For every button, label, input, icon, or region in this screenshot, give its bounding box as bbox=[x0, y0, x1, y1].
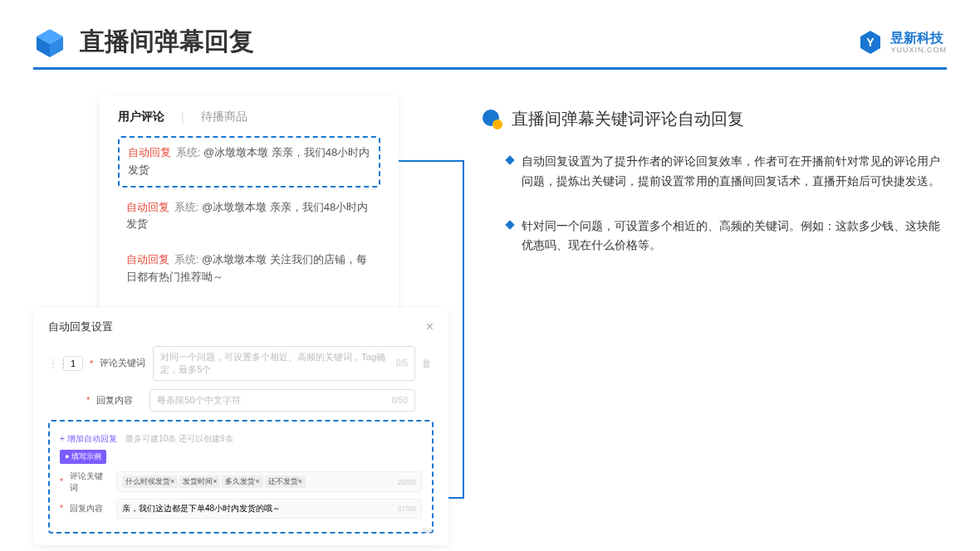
form-row-content: * 回复内容 每条限50个中文字符 0/50 bbox=[86, 389, 434, 412]
bullet-item: 自动回复设置为了提升作者的评论回复效率，作者可在开播前针对常见的评论用户问题，提… bbox=[482, 152, 947, 192]
comment-row: 自动回复 系统: @冰墩墩本墩 亲亲，我们48小时内发货 bbox=[118, 193, 380, 241]
tab-separator: | bbox=[181, 110, 184, 124]
outer-count: /50 bbox=[421, 527, 432, 535]
keyword-label: 评论关键词 bbox=[100, 357, 146, 369]
ex-kw-count: 20/50 bbox=[397, 478, 416, 486]
form-row-keyword: ⋮⋮ 1 * 评论关键词 对同一个问题，可设置多个相近、高频的关键词，Tag确定… bbox=[48, 346, 434, 381]
ex-ct-count: 37/50 bbox=[397, 505, 416, 513]
content-input[interactable]: 每条限50个中文字符 0/50 bbox=[149, 389, 415, 412]
system-tag: 系统: bbox=[174, 253, 199, 266]
page-title: 直播间弹幕回复 bbox=[80, 25, 254, 59]
cube-icon bbox=[33, 26, 66, 59]
settings-title: 自动回复设置 bbox=[48, 319, 113, 334]
required-star: * bbox=[60, 477, 63, 486]
row-number: 1 bbox=[63, 356, 83, 371]
add-row: + 增加自动回复 最多可建10条 还可以创建9条 bbox=[60, 430, 422, 445]
header-left: 直播间弹幕回复 bbox=[33, 25, 254, 59]
ex-tag[interactable]: 发货时间× bbox=[179, 475, 220, 488]
brand-text: 昱新科技 YUUXIN.COM bbox=[890, 30, 947, 55]
tab-user-comments[interactable]: 用户评论 bbox=[118, 110, 164, 124]
ex-content-text: 亲，我们这边都是下单48小时内发货的哦～ bbox=[122, 503, 281, 514]
auto-reply-tag: 自动回复 bbox=[128, 146, 171, 158]
ex-content-input[interactable]: 亲，我们这边都是下单48小时内发货的哦～ 37/50 bbox=[116, 499, 422, 519]
content-label: 回复内容 bbox=[96, 394, 143, 407]
bullet-item: 针对同一个问题，可设置多个相近的、高频的关键词。例如：这款多少钱、这块能优惠吗、… bbox=[482, 217, 947, 256]
content-placeholder: 每条限50个中文字符 bbox=[157, 394, 240, 407]
brand-logo-icon: Y bbox=[857, 29, 884, 56]
ex-tag[interactable]: 多久发货× bbox=[222, 475, 262, 488]
tabs-row: 用户评论 | 待播商品 bbox=[118, 110, 380, 124]
brand-logo-block: Y 昱新科技 YUUXIN.COM bbox=[857, 29, 947, 56]
section-title: 直播间弹幕关键词评论自动回复 bbox=[512, 108, 744, 130]
left-column: 用户评论 | 待播商品 自动回复 系统: @冰墩墩本墩 亲亲，我们48小时内发货… bbox=[33, 95, 448, 545]
comments-card: 用户评论 | 待播商品 自动回复 系统: @冰墩墩本墩 亲亲，我们48小时内发货… bbox=[100, 95, 399, 313]
right-column: 直播间弹幕关键词评论自动回复 自动回复设置为了提升作者的评论回复效率，作者可在开… bbox=[482, 95, 947, 545]
required-star: * bbox=[90, 358, 93, 368]
ex-content-label: 回复内容 bbox=[70, 503, 110, 514]
system-tag: 系统: bbox=[174, 201, 199, 213]
brand-name: 昱新科技 bbox=[890, 30, 947, 46]
bullet-text: 针对同一个问题，可设置多个相近的、高频的关键词。例如：这款多少钱、这块能优惠吗、… bbox=[522, 217, 947, 256]
ex-keyword-label: 评论关键词 bbox=[70, 471, 110, 494]
ex-tags: 什么时候发货× 发货时间× 多久发货× 还不发货× bbox=[122, 475, 306, 488]
diamond-icon bbox=[505, 220, 514, 229]
drag-handle-icon[interactable]: ⋮⋮ bbox=[48, 358, 56, 369]
svg-text:Y: Y bbox=[867, 36, 875, 49]
example-badge: ● 填写示例 bbox=[60, 450, 106, 464]
settings-header: 自动回复设置 × bbox=[48, 319, 434, 334]
diamond-icon bbox=[505, 155, 514, 164]
comment-row-highlighted: 自动回复 系统: @冰墩墩本墩 亲亲，我们48小时内发货 bbox=[118, 136, 380, 188]
example-content-row: * 回复内容 亲，我们这边都是下单48小时内发货的哦～ 37/50 bbox=[60, 499, 422, 519]
tab-pending-goods[interactable]: 待播商品 bbox=[201, 110, 247, 124]
trash-icon[interactable]: 🗑 bbox=[422, 358, 434, 369]
content-count: 0/50 bbox=[392, 396, 408, 405]
close-icon[interactable]: × bbox=[426, 319, 434, 334]
ex-keyword-input[interactable]: 什么时候发货× 发货时间× 多久发货× 还不发货× 20/50 bbox=[116, 471, 422, 492]
main-content: 用户评论 | 待播商品 自动回复 系统: @冰墩墩本墩 亲亲，我们48小时内发货… bbox=[0, 70, 980, 551]
auto-reply-tag: 自动回复 bbox=[126, 253, 169, 266]
add-hint: 最多可建10条 还可以创建9条 bbox=[125, 434, 233, 443]
add-auto-reply-link[interactable]: + 增加自动回复 bbox=[60, 434, 117, 443]
keyword-count: 0/5 bbox=[396, 358, 408, 368]
system-tag: 系统: bbox=[176, 146, 201, 158]
ex-tag[interactable]: 什么时候发货× bbox=[122, 475, 178, 488]
required-star: * bbox=[60, 504, 63, 513]
page-header: 直播间弹幕回复 Y 昱新科技 YUUXIN.COM bbox=[0, 0, 980, 67]
settings-card: 自动回复设置 × ⋮⋮ 1 * 评论关键词 对同一个问题，可设置多个相近、高频的… bbox=[33, 308, 448, 545]
example-keyword-row: * 评论关键词 什么时候发货× 发货时间× 多久发货× 还不发货× 20/50 bbox=[60, 471, 422, 494]
chat-bubble-icon bbox=[482, 109, 503, 130]
brand-url: YUUXIN.COM bbox=[890, 46, 947, 55]
keyword-placeholder: 对同一个问题，可设置多个相近、高频的关键词，Tag确定，最多5个 bbox=[160, 351, 396, 376]
ex-tag[interactable]: 还不发货× bbox=[265, 475, 306, 488]
example-area: + 增加自动回复 最多可建10条 还可以创建9条 ● 填写示例 * 评论关键词 … bbox=[48, 420, 434, 534]
keyword-input[interactable]: 对同一个问题，可设置多个相近、高频的关键词，Tag确定，最多5个 0/5 bbox=[153, 346, 415, 381]
comment-row: 自动回复 系统: @冰墩墩本墩 关注我们的店铺，每日都有热门推荐呦～ bbox=[118, 245, 380, 293]
section-head: 直播间弹幕关键词评论自动回复 bbox=[482, 108, 947, 130]
required-star: * bbox=[86, 395, 90, 405]
bullet-text: 自动回复设置为了提升作者的评论回复效率，作者可在开播前针对常见的评论用户问题，提… bbox=[522, 152, 947, 192]
auto-reply-tag: 自动回复 bbox=[126, 201, 169, 213]
svg-point-5 bbox=[492, 119, 502, 129]
